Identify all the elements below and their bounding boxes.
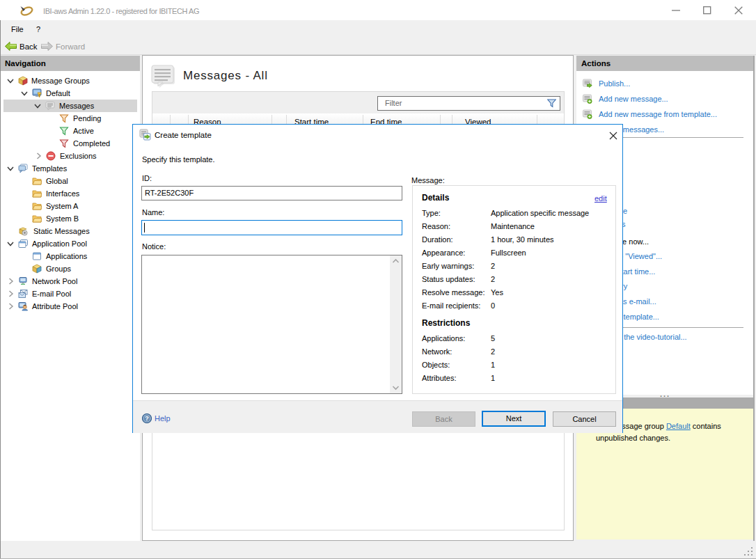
svg-text:?: ? [145, 415, 149, 422]
svg-text:!: ! [39, 93, 40, 97]
